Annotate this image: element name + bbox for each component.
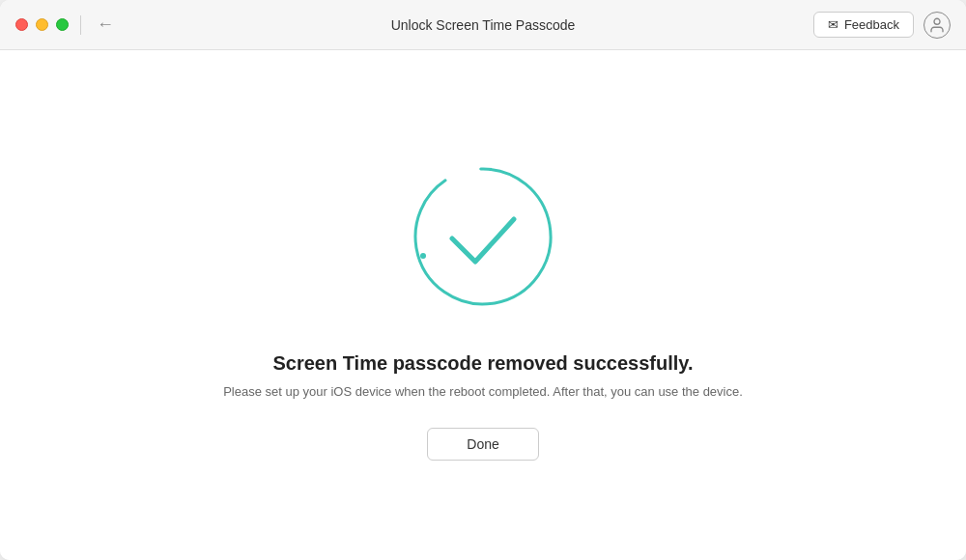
back-button[interactable]: ← bbox=[93, 11, 118, 39]
success-subtitle: Please set up your iOS device when the r… bbox=[223, 384, 743, 399]
user-account-button[interactable] bbox=[923, 12, 951, 39]
success-circle-container bbox=[396, 150, 570, 323]
main-content: Screen Time passcode removed successfull… bbox=[0, 50, 966, 560]
title-bar-left: ← bbox=[15, 11, 118, 39]
feedback-button[interactable]: ✉ Feedback bbox=[813, 12, 914, 38]
success-svg bbox=[396, 150, 570, 323]
title-bar-center: Unlock Screen Time Passcode bbox=[391, 16, 576, 34]
title-bar: ← Unlock Screen Time Passcode ✉ Feedback bbox=[0, 0, 966, 50]
divider bbox=[80, 15, 81, 35]
close-button[interactable] bbox=[15, 18, 28, 31]
svg-point-1 bbox=[405, 158, 561, 315]
user-icon bbox=[923, 12, 951, 39]
svg-point-2 bbox=[420, 253, 426, 259]
app-window: ← Unlock Screen Time Passcode ✉ Feedback bbox=[0, 0, 966, 560]
traffic-lights bbox=[15, 18, 69, 31]
feedback-label: Feedback bbox=[844, 17, 899, 32]
maximize-button[interactable] bbox=[56, 18, 69, 31]
title-bar-right: ✉ Feedback bbox=[813, 12, 951, 39]
svg-point-0 bbox=[934, 18, 940, 24]
success-title: Screen Time passcode removed successfull… bbox=[272, 352, 693, 375]
window-title: Unlock Screen Time Passcode bbox=[391, 17, 576, 33]
mail-icon: ✉ bbox=[828, 17, 838, 32]
back-arrow-icon: ← bbox=[97, 14, 114, 35]
minimize-button[interactable] bbox=[36, 18, 48, 31]
done-button[interactable]: Done bbox=[427, 428, 538, 461]
